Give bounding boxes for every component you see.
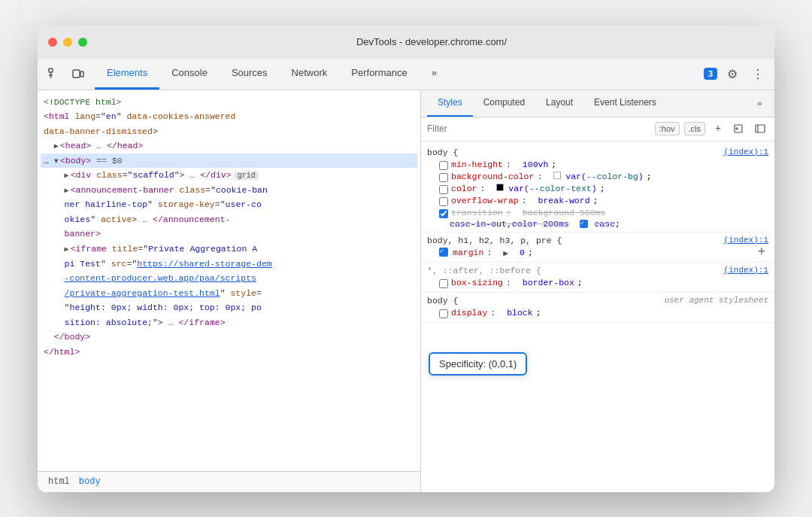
scaffold-line[interactable]: ▶<div class="scaffold"> … </div>grid xyxy=(41,168,417,183)
new-style-rule-icon[interactable] xyxy=(731,120,747,137)
iframe-line6: sition: absolute;"> … </iframe> xyxy=(41,315,417,330)
html-open-cont: data-banner-dismissed> xyxy=(41,124,417,139)
cls-filter-btn[interactable]: .cls xyxy=(684,122,706,135)
add-property-btn[interactable]: + xyxy=(755,245,768,259)
tab-more-styles[interactable]: » xyxy=(751,90,768,117)
tab-event-listeners[interactable]: Event Listeners xyxy=(583,90,667,117)
breadcrumb-body[interactable]: body xyxy=(74,475,105,488)
more-options-icon[interactable]: ⋮ xyxy=(747,63,768,84)
rule-selector[interactable]: body { xyxy=(427,147,768,157)
hov-filter-btn[interactable]: :hov xyxy=(655,122,680,135)
html-close-line: </html> xyxy=(41,345,417,360)
body-close-line: </body> xyxy=(41,330,417,345)
announcement-line2: ner hairline-top" storage-key="user-co xyxy=(41,197,417,212)
prop-checkbox[interactable] xyxy=(439,197,448,206)
elements-panel: <!DOCTYPE html> <html lang="en" data-coo… xyxy=(38,90,421,492)
prop-checkbox-checked[interactable] xyxy=(439,209,448,218)
devtools-window: DevTools - developer.chrome.com/ Element… xyxy=(38,26,774,492)
rule-prop-transition: transition: background 500ms xyxy=(427,207,768,219)
tab-styles[interactable]: Styles xyxy=(427,90,473,117)
rule-prop-bg-color: background-color: var(--color-bg); xyxy=(427,171,768,183)
filter-input[interactable] xyxy=(427,123,650,134)
prop-checkbox[interactable] xyxy=(439,173,448,182)
computed-styles-icon[interactable] xyxy=(752,120,768,137)
svg-rect-8 xyxy=(756,125,765,132)
elements-content[interactable]: <!DOCTYPE html> <html lang="en" data-coo… xyxy=(38,90,420,471)
svg-rect-4 xyxy=(80,71,83,77)
specificity-tooltip: Specificity: (0,0,1) xyxy=(429,352,527,376)
html-open-line: <html lang="en" data-cookies-answered xyxy=(41,109,417,124)
svg-rect-0 xyxy=(49,68,53,72)
devtools-toolbar: Elements Console Sources Network Perform… xyxy=(38,59,774,90)
tab-console[interactable]: Console xyxy=(159,59,220,90)
iframe-line4: /private-aggregation-test.html" style= xyxy=(41,286,417,301)
prop-checkbox[interactable] xyxy=(439,279,448,288)
toolbar-icons xyxy=(44,59,95,90)
doctype-line: <!DOCTYPE html> xyxy=(41,95,417,110)
head-line[interactable]: ▶<head> … </head> xyxy=(41,138,417,154)
announcement-line4: banner> xyxy=(41,227,417,242)
close-button[interactable] xyxy=(48,38,57,47)
rule-selector[interactable]: *, ::after, ::before { xyxy=(427,266,768,275)
style-rule-body-h1: body, h1, h2, h3, p, pre { (index):1 mar… xyxy=(421,233,774,263)
announcement-line1[interactable]: ▶<announcement-banner class="cookie-ban xyxy=(41,183,417,198)
tab-layout[interactable]: Layout xyxy=(535,90,583,117)
breadcrumb-html[interactable]: html xyxy=(44,475,74,488)
minimize-button[interactable] xyxy=(63,38,72,47)
svg-rect-3 xyxy=(73,70,80,78)
traffic-lights xyxy=(48,38,87,47)
rule-prop-overflow-wrap: overflow-wrap: break-word; xyxy=(427,195,768,207)
rule-prop-margin: margin: ▶ 0; xyxy=(427,247,768,259)
iframe-line3: -content-producer.web.app/paa/scripts xyxy=(41,271,417,286)
tab-elements[interactable]: Elements xyxy=(95,59,159,90)
rule-prop-box-sizing: box-sizing: border-box; xyxy=(427,277,768,289)
rule-origin[interactable]: (index):1 xyxy=(724,236,768,245)
rule-origin[interactable]: (index):1 xyxy=(724,147,768,157)
tab-computed[interactable]: Computed xyxy=(473,90,535,117)
filter-bar: :hov .cls + xyxy=(421,117,774,141)
tab-more[interactable]: » xyxy=(420,59,449,90)
style-rule-star: *, ::after, ::before { (index):1 box-siz… xyxy=(421,263,774,293)
announcement-line3: okies" active> … </announcement- xyxy=(41,212,417,227)
tab-sources[interactable]: Sources xyxy=(220,59,280,90)
issues-badge[interactable]: 3 xyxy=(704,68,717,80)
styles-tabs: Styles Computed Layout Event Listeners » xyxy=(421,90,774,117)
rule-origin[interactable]: (index):1 xyxy=(724,266,768,275)
rule-prop-color: color: var(--color-text); xyxy=(427,183,768,195)
tab-network[interactable]: Network xyxy=(280,59,340,90)
body-line[interactable]: … ▼<body> == $0 xyxy=(41,154,417,169)
devtools-main: <!DOCTYPE html> <html lang="en" data-coo… xyxy=(38,90,774,492)
inspect-icon[interactable] xyxy=(44,63,65,84)
fullscreen-button[interactable] xyxy=(78,38,87,47)
prop-checkbox[interactable] xyxy=(439,161,448,170)
rule-origin-ua: user agent stylesheet xyxy=(664,296,768,305)
titlebar: DevTools - developer.chrome.com/ xyxy=(38,26,774,59)
iframe-line5: "height: 0px; width: 0px; top: 0px; po xyxy=(41,300,417,315)
device-toggle-icon[interactable] xyxy=(68,63,89,84)
rule-prop-display: display: block; xyxy=(427,307,768,319)
style-rule-body-1: body { (index):1 min-height: 100vh; back… xyxy=(421,144,774,233)
window-title: DevTools - developer.chrome.com/ xyxy=(99,36,764,47)
style-rule-body-ua: body { user agent stylesheet display: bl… xyxy=(421,293,774,323)
breadcrumb: html body xyxy=(38,471,420,492)
toolbar-right: 3 ⚙ ⋮ xyxy=(704,59,768,90)
styles-panel: Styles Computed Layout Event Listeners » xyxy=(421,90,774,492)
prop-checkbox[interactable] xyxy=(439,309,448,318)
iframe-line1[interactable]: ▶<iframe title="Private Aggregation A xyxy=(41,242,417,257)
tab-performance[interactable]: Performance xyxy=(339,59,419,90)
prop-checkbox[interactable] xyxy=(439,185,448,194)
rule-prop-min-height: min-height: 100vh; xyxy=(427,159,768,171)
iframe-line2: pi Test" src="https://shared-storage-dem xyxy=(41,257,417,272)
settings-icon[interactable]: ⚙ xyxy=(722,63,743,84)
styles-content[interactable]: body { (index):1 min-height: 100vh; back… xyxy=(421,141,774,492)
add-style-icon[interactable]: + xyxy=(710,120,726,137)
devtools-tabs: Elements Console Sources Network Perform… xyxy=(95,59,449,90)
rule-selector[interactable]: body, h1, h2, h3, p, pre { xyxy=(427,236,768,245)
